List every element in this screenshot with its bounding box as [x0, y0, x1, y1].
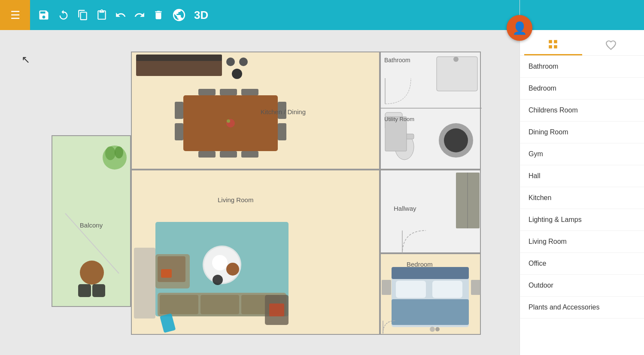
svg-point-64 [430, 327, 435, 332]
balcony-label: Balcony [80, 221, 103, 229]
svg-point-24 [227, 119, 230, 123]
svg-rect-43 [161, 269, 172, 278]
category-bathroom[interactable]: Bathroom [520, 56, 644, 78]
svg-rect-17 [198, 89, 216, 95]
room-hallway[interactable]: Hallway [380, 170, 481, 253]
room-balcony[interactable]: Balcony [52, 135, 131, 307]
bedroom-label: Bedroom [407, 261, 433, 268]
svg-rect-21 [220, 151, 237, 158]
svg-rect-60 [392, 299, 469, 325]
view360-button[interactable] [172, 8, 186, 22]
svg-rect-58 [396, 281, 426, 298]
category-childrens-room[interactable]: Childrens Room [520, 100, 644, 121]
svg-point-1 [105, 146, 115, 160]
hallway-label: Hallway [394, 205, 416, 212]
svg-rect-42 [158, 256, 185, 282]
svg-rect-4 [78, 284, 91, 297]
canvas-area: ↖ Balcony [0, 30, 519, 355]
svg-point-47 [226, 263, 239, 276]
svg-rect-38 [160, 295, 198, 314]
svg-point-46 [212, 255, 228, 270]
room-living[interactable]: Living Room [131, 170, 380, 335]
room-bedroom[interactable]: Bedroom [380, 253, 481, 335]
3d-label: 3D [194, 9, 208, 22]
svg-rect-16 [278, 123, 286, 140]
avatar-button[interactable]: 👤 [507, 15, 532, 41]
copy-button[interactable] [77, 9, 88, 21]
menu-button[interactable]: ☰ [0, 0, 30, 30]
svg-rect-20 [198, 151, 216, 158]
avatar-icon: 👤 [512, 21, 527, 35]
undo-special-button[interactable] [58, 9, 70, 21]
cursor-indicator: ↖ [21, 54, 30, 66]
category-outdoor[interactable]: Outdoor [520, 275, 644, 297]
svg-point-65 [435, 327, 440, 331]
panel-tabs [520, 34, 644, 56]
category-plants[interactable]: Plants and Accessories [520, 297, 644, 319]
svg-point-2 [115, 146, 123, 158]
svg-rect-22 [241, 151, 258, 158]
svg-point-3 [80, 261, 104, 285]
svg-point-0 [103, 146, 127, 170]
svg-point-11 [232, 69, 242, 79]
svg-rect-14 [175, 123, 183, 140]
svg-rect-62 [471, 280, 480, 295]
room-bathroom-utility[interactable]: Bathroom Utility Room [380, 52, 481, 170]
redo-button[interactable] [134, 9, 145, 21]
svg-point-30 [453, 57, 459, 62]
livingroom-label: Living Room [218, 196, 253, 203]
svg-rect-59 [432, 281, 462, 298]
svg-rect-29 [437, 57, 477, 91]
svg-rect-8 [136, 55, 222, 61]
undo-button[interactable] [115, 9, 126, 21]
bathroom-label: Bathroom [384, 57, 410, 64]
svg-point-10 [239, 58, 248, 66]
right-panel: Bathroom Bedroom Childrens Room Dining R… [519, 0, 644, 355]
category-hall[interactable]: Hall [520, 165, 644, 187]
svg-rect-18 [220, 89, 237, 95]
svg-rect-13 [175, 102, 183, 119]
category-office[interactable]: Office [520, 253, 644, 275]
tab-favorites[interactable] [582, 34, 640, 55]
svg-rect-52 [134, 248, 155, 319]
category-gym[interactable]: Gym [520, 143, 644, 165]
category-lighting[interactable]: Lighting & Lamps [520, 209, 644, 231]
category-list: Bathroom Bedroom Childrens Room Dining R… [520, 56, 644, 355]
panel-header [520, 0, 644, 30]
category-living-room[interactable]: Living Room [520, 231, 644, 253]
menu-icon: ☰ [10, 9, 20, 22]
kitchen-label: Kitchen / Dining [261, 108, 306, 115]
svg-point-9 [226, 58, 235, 66]
svg-rect-19 [241, 89, 258, 95]
svg-rect-39 [200, 295, 239, 314]
category-dining-room[interactable]: Dining Room [520, 121, 644, 143]
floorplan: Balcony [52, 52, 481, 335]
svg-point-34 [444, 128, 468, 152]
svg-rect-5 [92, 284, 105, 297]
svg-point-48 [213, 275, 223, 285]
room-kitchen[interactable]: Kitchen / Dining [131, 52, 380, 170]
utility-label: Utility Room [384, 116, 414, 122]
svg-rect-57 [392, 267, 469, 279]
category-kitchen[interactable]: Kitchen [520, 187, 644, 209]
save-button[interactable] [38, 9, 50, 21]
delete-button[interactable] [153, 9, 164, 21]
svg-rect-61 [382, 280, 391, 295]
tab-grid[interactable] [524, 34, 582, 55]
paste-button[interactable] [96, 9, 107, 21]
svg-rect-51 [269, 303, 284, 316]
view3d-button[interactable]: 3D [194, 9, 208, 22]
category-bedroom[interactable]: Bedroom [520, 78, 644, 100]
